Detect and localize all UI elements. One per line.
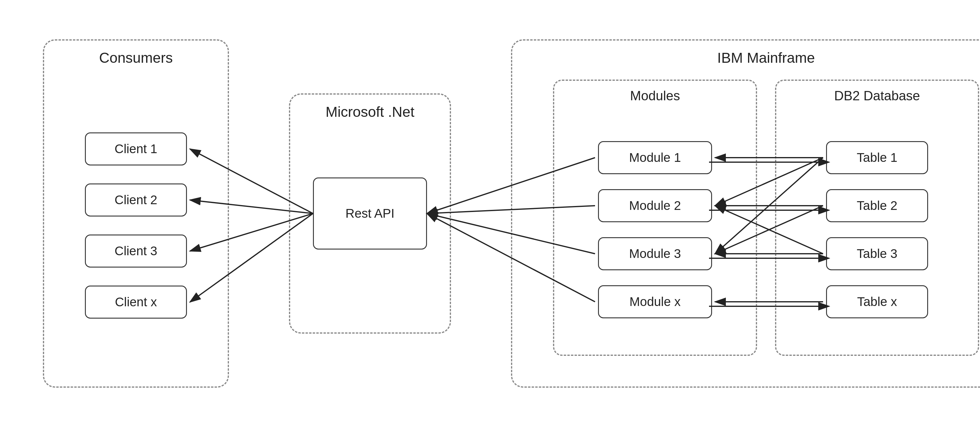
client-x-node: Client x <box>85 285 187 319</box>
consumers-container: Consumers Client 1 Client 2 Client 3 Cli… <box>43 39 229 388</box>
diagram: Consumers Client 1 Client 2 Client 3 Cli… <box>25 21 955 406</box>
client-2-node: Client 2 <box>85 183 187 217</box>
ibm-label: IBM Mainframe <box>717 49 815 66</box>
msnet-label: Microsoft .Net <box>326 104 414 120</box>
table-2-node: Table 2 <box>826 189 928 222</box>
table-1-node: Table 1 <box>826 141 928 174</box>
module-1-node: Module 1 <box>598 141 712 174</box>
module-3-node: Module 3 <box>598 237 712 270</box>
consumers-label: Consumers <box>99 49 173 66</box>
client-1-node: Client 1 <box>85 132 187 166</box>
modules-container: Modules Module 1 Module 2 Module 3 Modul… <box>553 80 757 356</box>
modules-label: Modules <box>630 88 680 103</box>
table-3-node: Table 3 <box>826 237 928 270</box>
msnet-container: Microsoft .Net Rest API <box>289 93 451 334</box>
restapi-node: Rest API <box>313 177 427 250</box>
module-2-node: Module 2 <box>598 189 712 222</box>
module-x-node: Module x <box>598 285 712 318</box>
table-x-node: Table x <box>826 285 928 318</box>
ibm-container: IBM Mainframe Modules Module 1 Module 2 … <box>511 39 980 388</box>
db2-label: DB2 Database <box>834 88 920 103</box>
db2-container: DB2 Database Table 1 Table 2 Table 3 Tab… <box>775 80 979 356</box>
client-3-node: Client 3 <box>85 234 187 268</box>
